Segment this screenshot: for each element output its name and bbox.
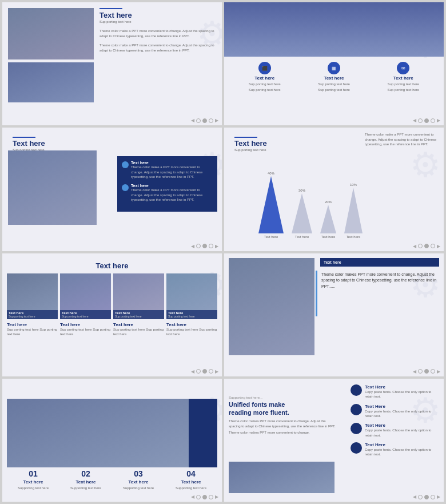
slide6-body: Theme color makes PPT more convenient to…: [321, 272, 439, 290]
slide-5: ⚙ Text here Text here Sup porting text h…: [2, 253, 222, 376]
slide3-next[interactable]: ▶: [215, 244, 218, 249]
slide4-dot2[interactable]: [424, 244, 429, 248]
slide5-desc-body-2: Sup porting text here Sup porting text h…: [60, 327, 111, 337]
slide5-photos: Text here Sup porting text here Text her…: [7, 273, 217, 319]
slide1-dot2[interactable]: [202, 118, 207, 123]
slide3-prev[interactable]: ◀: [191, 244, 194, 249]
slide1-content: Text here Sup porting text here Theme co…: [99, 8, 217, 53]
slide4-col-1: 40% Text here: [258, 172, 284, 239]
slide3-dot2[interactable]: [202, 244, 207, 248]
slide2-dot3[interactable]: [431, 118, 435, 123]
slide6-body-text: Theme color makes PPT more convenient to…: [321, 272, 439, 290]
slide1-dot3[interactable]: [209, 118, 213, 123]
slide4-dot1[interactable]: [418, 244, 423, 248]
slide5-dot2[interactable]: [202, 369, 207, 374]
slide2-prev[interactable]: ◀: [413, 118, 416, 123]
slide2-sub2-3: Sup porting text here: [387, 88, 419, 92]
slide8-dot3[interactable]: [431, 495, 435, 499]
slide3-title: Text here: [13, 139, 216, 148]
slide5-prev[interactable]: ◀: [191, 369, 194, 374]
slide8-nav: ◀ ▶: [413, 494, 440, 499]
slide5-desc-title-1: Text here: [7, 322, 58, 327]
slide8-item-title-4: Text Here: [365, 442, 439, 447]
slide7-next[interactable]: ▶: [215, 494, 218, 499]
slide5-dot1[interactable]: [196, 369, 201, 374]
slide8-item-4: Text Here Copy paste fonts. Choose the o…: [351, 442, 439, 457]
slide2-icons-row: ⬛ Text here Sup porting text here Sup po…: [224, 58, 444, 96]
slide8-item-icon-4: [351, 442, 362, 454]
slide4-prev[interactable]: ◀: [413, 244, 416, 249]
slide5-desc-3: Text here Sup porting text here Sup port…: [113, 322, 164, 337]
slide4-accent: [234, 137, 257, 138]
slide2-next[interactable]: ▶: [437, 118, 440, 123]
slide7-numbers: 01 Text here Supporting text here 02 Tex…: [7, 469, 217, 490]
slide7-num-label-1: Text here: [23, 479, 43, 485]
slide5-photo-4: Text here Sup porting text here: [166, 273, 217, 319]
slide6-dot1[interactable]: [418, 369, 423, 374]
slide6-prev[interactable]: ◀: [413, 369, 416, 374]
slide7-prev[interactable]: ◀: [191, 494, 194, 499]
slide1-dot1[interactable]: [196, 118, 201, 123]
slide7-img: [7, 399, 190, 467]
slide7-dot1[interactable]: [196, 495, 201, 499]
slide1-prev[interactable]: ◀: [191, 118, 194, 123]
slide3-dot-1: [122, 161, 129, 168]
slide7-num-3: 03 Text here Supporting text here: [123, 469, 154, 490]
slide7-dot3[interactable]: [209, 495, 213, 499]
slide2-sub1-1: Sup porting text here: [249, 82, 281, 86]
slide6-nav: ◀ ▶: [413, 369, 440, 374]
slide2-icon-col-1: ⬛ Text here Sup porting text here Sup po…: [249, 62, 281, 93]
slide2-img: [224, 2, 444, 57]
slide4-col-4: 10% Text here: [344, 183, 363, 239]
slide4-col-3: 20% Text here: [320, 200, 336, 239]
slide-6: ⚙ Text here Theme color makes PPT more c…: [224, 253, 444, 376]
slide5-photo-1: Text here Sup porting text here: [7, 273, 58, 319]
slide7-nav: ◀ ▶: [191, 494, 218, 499]
slide2-dot1[interactable]: [418, 118, 423, 123]
slide5-desc-body-4: Sup porting text here Sup porting text h…: [166, 327, 217, 337]
slide7-dot2[interactable]: [202, 495, 207, 499]
slide8-prev[interactable]: ◀: [413, 494, 416, 499]
slide5-photo-3: Text here Sup porting text here: [113, 273, 164, 319]
slide3-bullet-1: Text here Theme color make a PPT more co…: [122, 161, 213, 179]
slide6-next[interactable]: ▶: [437, 369, 440, 374]
slide3-dot3[interactable]: [209, 244, 213, 248]
slide4-chart-label-2: Text here: [295, 235, 309, 239]
slide1-next[interactable]: ▶: [215, 118, 218, 123]
slide5-next[interactable]: ▶: [215, 369, 218, 374]
slide1-body2: Theme color make a PPT more convenient t…: [99, 43, 217, 53]
slide5-dot3[interactable]: [209, 369, 213, 374]
slide2-icon-col-2: ▦ Text here Sup porting text here Sup po…: [318, 62, 350, 93]
slide4-nav: ◀ ▶: [413, 244, 440, 249]
slide4-dot3[interactable]: [431, 244, 435, 248]
slide4-next[interactable]: ▶: [437, 244, 440, 249]
slide-grid: ⚙ Text here Sup porting text here Theme …: [0, 0, 446, 504]
slide8-item-2: Text Here Copy paste fonts. Choose the o…: [351, 404, 439, 419]
slide2-dot2[interactable]: [424, 118, 429, 123]
slide8-body2: Theme color makes PPT more convenient to…: [229, 430, 337, 435]
slide3-dot1[interactable]: [196, 244, 201, 248]
slide8-supporting: Supporting text here...: [229, 396, 337, 399]
slide7-num-label-2: Text here: [76, 479, 96, 485]
slide6-dot3[interactable]: [431, 369, 435, 374]
slide-3: ⚙ Text here Sup porting text here Text h…: [2, 128, 222, 251]
slide1-body1: Theme color make a PPT more convenient t…: [99, 29, 217, 38]
slide6-dot2[interactable]: [424, 369, 429, 374]
slide8-dot1[interactable]: [418, 495, 423, 499]
slide6-blue-line: [316, 271, 317, 316]
slide2-icon-3: ✉: [397, 62, 409, 74]
slide7-number-1: 01: [29, 469, 38, 478]
slide8-next[interactable]: ▶: [437, 494, 440, 499]
slide8-dot2[interactable]: [424, 495, 429, 499]
slide2-sub1-2: Sup porting text here: [318, 82, 350, 86]
slide7-num-1: 01 Text here Supporting text here: [18, 469, 49, 490]
slide5-desc-title-3: Text here: [113, 322, 164, 327]
slide-1: ⚙ Text here Sup porting text here Theme …: [2, 2, 222, 125]
slide7-num-sub-2: Supporting text here: [70, 486, 101, 490]
slide5-title: Text here: [8, 261, 216, 270]
slide5-nav: ◀ ▶: [191, 369, 218, 374]
slide3-bullet1-title: Text here: [131, 161, 213, 165]
slide6-label-box: Text here: [320, 258, 439, 267]
slide2-icon-col-3: ✉ Text here Sup porting text here Sup po…: [387, 62, 419, 93]
slide3-bullet1-body: Theme color make a PPT more convenient t…: [131, 165, 213, 179]
